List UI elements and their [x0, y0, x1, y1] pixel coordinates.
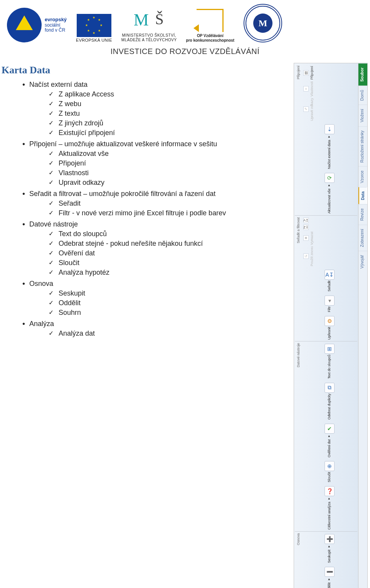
outline-item: OsnovaSeskupitOddělitSouhrn	[22, 279, 290, 319]
outline-item-label: Osnova	[29, 280, 53, 287]
ribbon-button[interactable]: A↧Seřadit	[324, 269, 335, 292]
ribbon-button-label: Filtr	[328, 306, 331, 312]
ribbon-small-button[interactable]: ⛓Připojení	[303, 66, 314, 80]
esf-logo: evropský sociální fond v ČR	[7, 8, 67, 42]
ribbon-button[interactable]: ▾Filtr	[324, 295, 335, 313]
esf-text: evropský sociální fond v ČR	[45, 17, 67, 34]
eu-flag-icon: ★★ ★★ ★★ ★★	[77, 14, 111, 37]
ribbon-small-button: ≡Vlastnosti	[303, 81, 314, 97]
op-text: OP Vzdělávání pro konkurenceschopnost	[186, 34, 235, 42]
ribbon-small-button[interactable]: Z↧	[303, 224, 309, 230]
esf-line-1: evropský	[45, 17, 67, 23]
ribbon-button-label: Text do sloupců	[328, 355, 331, 379]
eu-logo: ★★ ★★ ★★ ★★ EVROPSKÁ UNIE	[76, 14, 112, 42]
ribbon-tab-revize[interactable]: Revize	[358, 204, 367, 225]
outline-sublist: SeřaditFiltr - v nové verzi mimo jiné Ex…	[49, 199, 290, 218]
ribbon-button-icon: ➖	[325, 567, 335, 577]
ribbon-group: Datové nástroje⊞Text do sloupců⧉Odebrat …	[295, 341, 357, 532]
ribbon-tab-domů[interactable]: Domů	[358, 86, 367, 105]
ribbon-small-icon: ≡	[303, 86, 309, 91]
banner-tagline: INVESTICE DO ROZVOJE VZDĚLÁVÁNÍ	[0, 42, 370, 60]
msmt-icon: MŠ	[134, 10, 165, 32]
ribbon-button-icon: A↧	[325, 270, 335, 280]
outline-subitem: Souhrn	[49, 308, 290, 318]
eu-stars-icon: ★★ ★★ ★★ ★★	[85, 17, 103, 34]
esf-disc-icon	[7, 8, 42, 42]
outline-list: Načíst externí dataZ aplikace AccessZ we…	[22, 80, 290, 340]
ribbon-tab-rozložení-stránky[interactable]: Rozložení stránky	[358, 126, 367, 166]
excel-ribbon: Připojení⛓Připojení≡Vlastnosti✎Upravit o…	[294, 63, 368, 588]
outline-subitem: Filtr - v nové verzi mimo jiné Excel fil…	[49, 208, 290, 218]
outline-subitem: Odebrat stejné - pokud neřešíte nějakou …	[49, 239, 290, 248]
outline-item: Připojení – umožňuje aktualizovat vešker…	[22, 139, 290, 189]
op-logo: OP Vzdělávání pro konkurenceschopnost	[186, 9, 235, 42]
ribbon-button[interactable]: ⊞Text do sloupců	[324, 343, 335, 380]
ribbon-button-label: Seřadit	[328, 280, 331, 292]
op-arrow-icon	[197, 9, 224, 32]
ribbon-small-label: Vymazat	[310, 231, 314, 245]
star-icon	[16, 15, 33, 30]
ribbon-button-label: Upřesnit	[328, 327, 331, 340]
outline-subitem: Z textu	[49, 109, 290, 118]
ribbon-button[interactable]: ⊕Sloučit	[324, 460, 335, 483]
ribbon-group: Připojení⛓Připojení≡Vlastnosti✎Upravit o…	[295, 64, 357, 216]
ribbon-button-icon: ⇣	[325, 124, 335, 134]
outline-subitem: Existující připojení	[49, 128, 290, 138]
ribbon-button-label: Aktualizovat vše ▾	[328, 184, 331, 214]
outline-subitem: Ověření dat	[49, 248, 290, 258]
ribbon-button-label: Sloučit	[328, 472, 331, 482]
ribbon-group: Seřadit a filtrovatA↥Z↧✖Vymazat↺Použít z…	[295, 216, 357, 342]
ribbon-button[interactable]: ⧉Odebrat duplicity	[324, 382, 335, 421]
ribbon-button[interactable]: ⚙Upřesnit	[324, 315, 335, 341]
ribbon-tab-zobrazení[interactable]: Zobrazení	[358, 225, 367, 251]
ribbon-small-icon: ↺	[303, 253, 309, 259]
ribbon-button-label: Citlivostní analýza ▾	[328, 497, 331, 530]
ribbon-button-label: Ověření dat ▾	[328, 434, 331, 458]
ribbon-small-button[interactable]: A↥	[303, 217, 309, 223]
outline-subitem: Z jiných zdrojů	[49, 118, 290, 128]
ribbon-group-title: Připojení	[296, 66, 300, 79]
ribbon-button[interactable]: ⟳Aktualizovat vše ▾	[324, 172, 335, 215]
ribbon-button[interactable]: ✔Ověření dat ▾	[324, 423, 335, 458]
ribbon-button-icon: ▾	[325, 296, 335, 306]
msmt-text: MINISTERSTVO ŠKOLSTVÍ, MLÁDEŽE A TĚLOVÝC…	[121, 33, 177, 42]
outline-subitem: Připojení	[49, 159, 290, 168]
ribbon-button[interactable]: ➕Seskupit ▾	[324, 533, 335, 564]
ribbon-tab-vložení[interactable]: Vložení	[358, 105, 367, 126]
outline-subitem: Text do sloupců	[49, 229, 290, 239]
mu-ring-icon: M	[244, 4, 282, 42]
outline-sublist: Text do sloupcůOdebrat stejné - pokud ne…	[49, 229, 290, 277]
outline-subitem: Seřadit	[49, 199, 290, 208]
ribbon-button[interactable]: ⇣Načíst externí data ▾	[324, 123, 335, 170]
outline-subitem: Analýza dat	[49, 329, 290, 338]
outline-item-label: Seřadit a filtrovat – umožňuje pokročilé…	[29, 190, 215, 198]
outline-item: Seřadit a filtrovat – umožňuje pokročilé…	[22, 189, 290, 220]
outline-subitem: Aktualizovat vše	[49, 149, 290, 159]
ribbon-group: Osnova➕Seskupit ▾➖Oddělit ▾☰Souhrn	[295, 532, 357, 588]
ribbon-tab-vzorce[interactable]: Vzorce	[358, 166, 367, 187]
ribbon-button-icon: ➕	[325, 534, 335, 544]
outline-subitem: Oddělit	[49, 298, 290, 308]
outline-subitem: Analýza hypotéz	[49, 268, 290, 277]
outline-item: AnalýzaAnalýza dat	[22, 319, 290, 340]
ribbon-button[interactable]: ➖Oddělit ▾	[324, 566, 335, 588]
ribbon-tab-soubor[interactable]: Soubor	[358, 63, 367, 86]
ribbon-small-label: Použít znovu	[310, 246, 314, 266]
ribbon-button[interactable]: ❓Citlivostní analýza ▾	[324, 485, 335, 531]
outline-item-label: Analýza	[29, 320, 54, 328]
ribbon-group-title: Seřadit a filtrovat	[296, 217, 300, 243]
ribbon-tab-data[interactable]: Data	[358, 187, 367, 204]
ribbon-small-icon: ⛓	[303, 70, 309, 76]
ribbon-button-icon: ⟳	[325, 173, 335, 183]
ribbon-small-button: ✎Upravit odkazy	[303, 98, 314, 122]
outline-sublist: SeskupitOddělitSouhrn	[49, 289, 290, 318]
ribbon-small-button: ↺Použít znovu	[303, 246, 314, 267]
ribbon-tab-vývojář[interactable]: Vývojář	[358, 251, 367, 272]
outline-subitem: Sloučit	[49, 258, 290, 268]
outline-subitem: Z aplikace Access	[49, 90, 290, 99]
outline-subitem: Seskupit	[49, 289, 290, 298]
eu-label: EVROPSKÁ UNIE	[76, 38, 112, 42]
outline-item-label: Datové nástroje	[29, 220, 78, 228]
mu-logo: M	[244, 4, 282, 42]
ribbon-small-icon: Z↧	[303, 225, 309, 230]
